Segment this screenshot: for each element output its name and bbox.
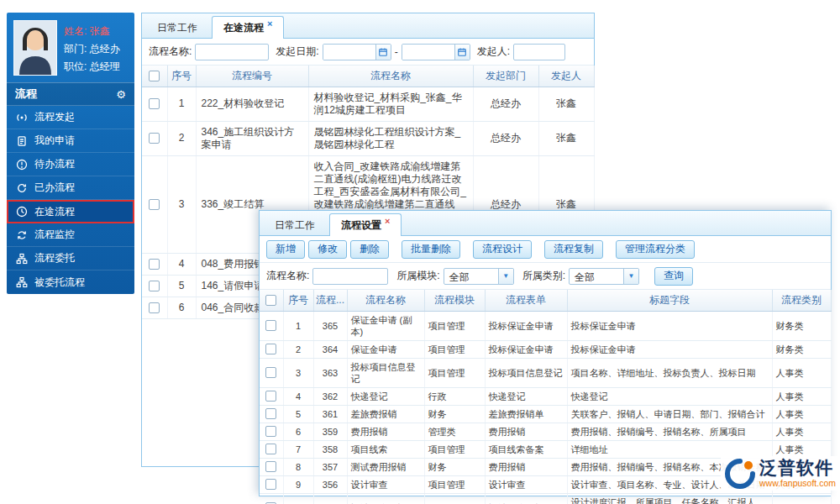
table-row[interactable]: 1 365 保证金申请 (副本) 项目管理 投标保证金申请 投标保证金申请 财务… bbox=[260, 311, 831, 340]
col-header-id[interactable]: 流程... bbox=[313, 290, 347, 311]
cell-form: 投标保证金申请 bbox=[485, 340, 567, 358]
sidebar-item-delegated-processes[interactable]: 被委托流程 bbox=[7, 270, 134, 294]
cell-id: 356 bbox=[313, 475, 347, 493]
module-select[interactable]: 全部 ▼ bbox=[444, 268, 514, 285]
start-date-from-input[interactable] bbox=[323, 45, 375, 60]
col-header-code[interactable]: 流程编号 bbox=[196, 66, 308, 87]
query-button[interactable]: 查询 bbox=[654, 267, 693, 286]
chevron-down-icon: ▼ bbox=[498, 269, 513, 284]
col-header-no[interactable]: 序号 bbox=[283, 290, 313, 311]
calendar-glyph bbox=[378, 47, 388, 57]
manage-category-button[interactable]: 管理流程分类 bbox=[616, 240, 695, 259]
sidebar-item-my-applications[interactable]: 我的申请 bbox=[7, 129, 134, 153]
row-checkbox[interactable] bbox=[265, 391, 276, 402]
cell-no: 7 bbox=[283, 440, 313, 458]
col-header-category[interactable]: 流程类别 bbox=[772, 290, 831, 311]
row-checkbox[interactable] bbox=[265, 344, 276, 354]
col-header-no[interactable]: 序号 bbox=[167, 66, 196, 87]
sidebar-item-label: 流程发起 bbox=[34, 110, 75, 124]
table-header-row: 序号 流程编号 流程名称 发起部门 发起人 bbox=[142, 66, 594, 87]
row-checkbox[interactable] bbox=[265, 444, 276, 454]
table-row[interactable]: 1 222_材料验收登记 材料验收登记_材料采购_张鑫_华润12城房建工程项目 … bbox=[142, 87, 594, 121]
row-checkbox[interactable] bbox=[149, 98, 160, 109]
row-checkbox[interactable] bbox=[265, 320, 276, 331]
cell-form: 设计审查 bbox=[485, 475, 567, 493]
cell-no: 2 bbox=[167, 121, 196, 155]
table-row[interactable]: 4 362 快递登记 行政 快递登记 快递登记 人事类 bbox=[260, 387, 831, 405]
col-header-name[interactable]: 流程名称 bbox=[347, 290, 424, 311]
row-checkbox[interactable] bbox=[149, 302, 160, 313]
tab-in-transit[interactable]: 在途流程× bbox=[212, 16, 284, 39]
cell-name: 晟铭园林绿化工程组织设计方案_晟铭园林绿化工程 bbox=[308, 121, 473, 155]
tab-daily-work[interactable]: 日常工作 bbox=[145, 17, 209, 38]
row-checkbox[interactable] bbox=[265, 461, 276, 472]
clock-icon bbox=[16, 206, 28, 218]
tab-close-icon[interactable]: × bbox=[267, 18, 272, 29]
row-checkbox[interactable] bbox=[149, 281, 160, 291]
tab-close-icon[interactable]: × bbox=[385, 216, 390, 226]
table-row[interactable]: 6 359 费用报销 管理类 费用报销 费用报销、报销编号、报销名称、所属项目 … bbox=[260, 423, 831, 440]
select-all-checkbox[interactable] bbox=[265, 295, 276, 306]
cell-title-field: 投标保证金申请 bbox=[567, 311, 772, 340]
tab-label: 日常工作 bbox=[275, 219, 315, 231]
cell-id: 362 bbox=[313, 387, 347, 405]
cell-form: 项目线索备案 bbox=[485, 440, 567, 458]
process-name-input[interactable] bbox=[312, 268, 388, 285]
initiator-input[interactable] bbox=[513, 44, 565, 60]
sidebar: 姓名: 张鑫 部门: 总经办 职位: 总经理 流程 ⚙ 流程发起 我的申请 bbox=[7, 13, 134, 294]
process-copy-button[interactable]: 流程复制 bbox=[544, 240, 603, 259]
table-row[interactable]: 2 346_施工组织设计方案申请 晟铭园林绿化工程组织设计方案_晟铭园林绿化工程… bbox=[142, 121, 594, 155]
cell-title-field: 快递登记 bbox=[567, 387, 772, 405]
start-date-to-input[interactable] bbox=[402, 45, 454, 60]
calendar-icon[interactable] bbox=[454, 45, 470, 60]
start-date-label: 发起日期: bbox=[276, 45, 318, 59]
col-header-form[interactable]: 流程表单 bbox=[485, 290, 567, 311]
cell-no: 3 bbox=[167, 155, 196, 253]
gear-icon[interactable]: ⚙ bbox=[116, 88, 126, 101]
cell-no: 5 bbox=[167, 275, 196, 297]
edit-button[interactable]: 修改 bbox=[308, 240, 347, 259]
cell-id: 361 bbox=[313, 405, 347, 423]
row-checkbox[interactable] bbox=[265, 408, 276, 419]
tab-daily-work[interactable]: 日常工作 bbox=[263, 214, 327, 235]
sidebar-item-in-transit-processes[interactable]: 在途流程 bbox=[7, 200, 134, 223]
broadcast-icon bbox=[16, 112, 28, 123]
col-header-initiator[interactable]: 发起人 bbox=[538, 66, 594, 87]
w2-filterbar: 流程名称: 所属模块: 全部 ▼ 所属类别: 全部 ▼ 查询 bbox=[260, 263, 831, 290]
select-all-checkbox[interactable] bbox=[149, 71, 160, 81]
table-row[interactable]: 5 361 差旅费报销 财务 差旅费报销单 关联客户、报销人、申请日期、部门、报… bbox=[260, 405, 831, 423]
row-checkbox[interactable] bbox=[149, 199, 160, 210]
calendar-icon[interactable] bbox=[375, 45, 391, 60]
profile-position: 职位: 总经理 bbox=[64, 58, 120, 76]
col-header-dept[interactable]: 发起部门 bbox=[473, 66, 538, 87]
table-row[interactable]: 7 358 项目线索 项目管理 项目线索备案 详细地址 人事类 bbox=[260, 440, 831, 458]
row-checkbox[interactable] bbox=[149, 259, 160, 270]
delete-button[interactable]: 删除 bbox=[350, 240, 389, 259]
tab-process-settings[interactable]: 流程设置× bbox=[329, 213, 402, 236]
sidebar-item-pending-processes[interactable]: 待办流程 bbox=[7, 153, 134, 176]
table-row[interactable]: 3 363 投标项目信息登记 项目管理 投标项目信息登记 项目名称、详细地址、投… bbox=[260, 358, 831, 387]
col-header-title-field[interactable]: 标题字段 bbox=[567, 290, 772, 311]
sidebar-item-process-start[interactable]: 流程发起 bbox=[7, 106, 134, 129]
cell-form: 费用报销 bbox=[485, 423, 567, 440]
row-checkbox[interactable] bbox=[149, 133, 160, 144]
table-row[interactable]: 10 355 设计进度汇报 项目管理 设计进度汇报 设计进度汇报、所属项目、任务… bbox=[260, 493, 831, 504]
sidebar-item-process-monitor[interactable]: 流程监控 bbox=[7, 223, 134, 247]
refresh-icon bbox=[16, 182, 28, 194]
w1-filterbar: 流程名称: 发起日期: - 发起人: bbox=[142, 39, 594, 66]
process-name-input[interactable] bbox=[195, 44, 269, 60]
sidebar-item-process-delegate[interactable]: 流程委托 bbox=[7, 247, 134, 270]
cell-category: 财务类 bbox=[772, 311, 831, 340]
col-header-module[interactable]: 流程模块 bbox=[424, 290, 485, 311]
sidebar-item-done-processes[interactable]: 已办流程 bbox=[7, 176, 134, 200]
row-checkbox[interactable] bbox=[265, 367, 276, 378]
table-row[interactable]: 2 364 保证金申请 项目管理 投标保证金申请 投标保证金申请 财务类 bbox=[260, 340, 831, 358]
add-button[interactable]: 新增 bbox=[266, 240, 305, 259]
process-design-button[interactable]: 流程设计 bbox=[473, 240, 532, 259]
cell-no: 4 bbox=[167, 253, 196, 275]
category-select[interactable]: 全部 ▼ bbox=[569, 268, 639, 285]
row-checkbox[interactable] bbox=[265, 479, 276, 490]
batch-delete-button[interactable]: 批量删除 bbox=[402, 240, 460, 259]
row-checkbox[interactable] bbox=[265, 426, 276, 437]
col-header-name[interactable]: 流程名称 bbox=[308, 66, 473, 87]
